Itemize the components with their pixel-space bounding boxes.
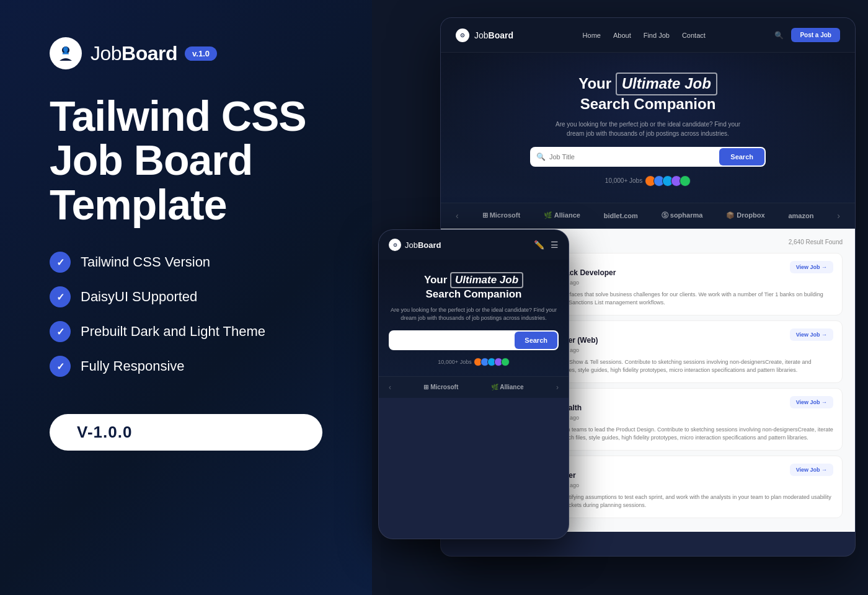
mm-company-alliance: 🌿 Alliance <box>491 384 524 390</box>
dm-hero-suffix: Search Companion <box>580 95 716 112</box>
dm-companies-bar: ‹ ⊞ Microsoft 🌿 Alliance bidlet.com Ⓢ so… <box>441 203 855 229</box>
dm-search-row: 🔍 Search <box>530 147 766 167</box>
mm-companies-next[interactable]: › <box>556 383 559 392</box>
dm-search-input[interactable] <box>549 153 719 161</box>
dm-nav-home[interactable]: Home <box>583 32 601 39</box>
svg-text:👤: 👤 <box>61 46 70 55</box>
dm-avatar-5 <box>680 175 691 187</box>
dm-company-alliance: 🌿 Alliance <box>544 211 580 219</box>
dm-companies-next[interactable]: › <box>837 211 840 221</box>
dm-view-btn-3[interactable]: View Job → <box>790 396 833 408</box>
mm-stats-text: 10,000+ Jobs <box>438 359 471 365</box>
mm-stats: 10,000+ Jobs <box>389 358 559 366</box>
mm-company-microsoft: ⊞ Microsoft <box>423 384 458 390</box>
check-icon-1 <box>50 252 71 273</box>
feature-item-4: Fully Responsive <box>50 356 322 377</box>
dm-search-button[interactable]: Search <box>719 148 764 165</box>
dm-companies-prev[interactable]: ‹ <box>456 211 459 221</box>
dm-nav-logo: ⊙ JobBoard <box>456 29 513 42</box>
feature-item-2: DaisyUI SUpported <box>50 286 322 307</box>
mm-navbar: ⊙ JobBoard ✏️ ☰ <box>379 230 569 260</box>
mm-logo-icon: ⊙ <box>389 239 401 251</box>
dm-nav-right: 🔍 Post a Job <box>774 28 840 42</box>
check-icon-4 <box>50 356 71 377</box>
feature-label-3: Prebuilt Dark and Light Theme <box>81 324 265 340</box>
mm-hero-title: Your Ultimate Job Search Companion <box>389 272 559 301</box>
dm-hero-title: Your Ultimate Job Search Companion <box>456 73 840 113</box>
mm-companies-bar: ‹ ⊞ Microsoft 🌿 Alliance › <box>379 376 569 398</box>
check-icon-3 <box>50 321 71 342</box>
dm-company-amazon: amazon <box>788 212 813 219</box>
dm-search-icon[interactable]: 🔍 <box>774 31 784 40</box>
dm-search-icon-inner: 🔍 <box>536 152 546 161</box>
mm-nav-icons: ✏️ ☰ <box>534 240 559 250</box>
dm-nav-logo-text: JobBoard <box>474 30 513 40</box>
dm-nav-logo-icon: ⊙ <box>456 29 469 42</box>
dm-view-btn-1[interactable]: View Job → <box>790 261 833 273</box>
mm-avatar-stack <box>476 358 510 366</box>
mm-search-input[interactable] <box>394 337 515 343</box>
feature-item-3: Prebuilt Dark and Light Theme <box>50 321 322 342</box>
mm-hero: Your Ultimate Job Search Companion Are y… <box>379 260 569 376</box>
logo-icon: 👤 <box>50 37 82 69</box>
dm-company-sopharma: Ⓢ sopharma <box>662 211 703 220</box>
mm-companies-prev[interactable]: ‹ <box>389 383 391 392</box>
dm-hero-highlight: Ultimate Job <box>616 73 717 95</box>
mm-search-row: Search <box>389 330 559 350</box>
dm-avatar-stack <box>647 175 691 187</box>
dm-view-btn-2[interactable]: View Job → <box>790 328 833 341</box>
mm-avatar-5 <box>501 358 510 366</box>
mm-hero-highlight: Ultimate Job <box>450 272 523 288</box>
version-pill: V-1.0.0 <box>50 414 322 451</box>
dm-view-btn-4[interactable]: View Job → <box>790 464 833 476</box>
dm-stats-text: 10,000+ Jobs <box>605 177 642 184</box>
mm-hero-suffix: Search Companion <box>426 288 522 300</box>
dm-company-dropbox: 📦 Dropbox <box>726 211 764 219</box>
feature-item-1: Tailwind CSS Version <box>50 252 322 273</box>
dm-jobs-results: 2,640 Result Found <box>789 239 843 245</box>
dm-nav-findjob[interactable]: Find Job <box>644 32 670 39</box>
dm-post-job-button[interactable]: Post a Job <box>791 28 840 42</box>
version-badge: v.1.0 <box>185 46 217 61</box>
mm-menu-icon[interactable]: ☰ <box>551 240 559 250</box>
dm-company-bidlet: bidlet.com <box>604 212 638 219</box>
feature-label-1: Tailwind CSS Version <box>81 254 210 270</box>
features-list: Tailwind CSS Version DaisyUI SUpported P… <box>50 252 322 377</box>
main-title: Tailwind CSSJob BoardTemplate <box>50 94 322 227</box>
dm-nav-contact[interactable]: Contact <box>682 32 706 39</box>
check-icon-2 <box>50 286 71 307</box>
left-panel: 👤 JobBoard v.1.0 Tailwind CSSJob BoardTe… <box>0 0 372 595</box>
dm-stats: 10,000+ Jobs <box>456 175 840 189</box>
dm-hero-subtitle: Are you looking for the perfect job or t… <box>549 120 747 138</box>
dm-hero: Your Ultimate Job Search Companion Are y… <box>441 53 855 203</box>
mm-hero-prefix: Your <box>424 274 447 286</box>
dm-company-microsoft: ⊞ Microsoft <box>482 211 521 219</box>
mm-edit-icon[interactable]: ✏️ <box>534 240 544 250</box>
mm-logo-text: JobBoard <box>405 240 441 250</box>
dm-navbar: ⊙ JobBoard Home About Find Job Contact 🔍… <box>441 18 855 53</box>
logo-row: 👤 JobBoard v.1.0 <box>50 37 322 69</box>
mm-search-button[interactable]: Search <box>515 332 557 349</box>
mm-hero-subtitle: Are you looking for the perfect job or t… <box>389 306 559 323</box>
mm-logo: ⊙ JobBoard <box>389 239 441 251</box>
right-area: ⊙ JobBoard Home About Find Job Contact 🔍… <box>372 0 868 595</box>
feature-label-4: Fully Responsive <box>81 358 185 374</box>
feature-label-2: DaisyUI SUpported <box>81 289 197 305</box>
dm-hero-prefix: Your <box>578 75 611 92</box>
logo-text: JobBoard <box>91 42 177 65</box>
mobile-mockup: ⊙ JobBoard ✏️ ☰ Your Ultimate Job Search… <box>378 229 569 539</box>
dm-nav-about[interactable]: About <box>613 32 631 39</box>
dm-nav-links: Home About Find Job Contact <box>583 32 706 39</box>
